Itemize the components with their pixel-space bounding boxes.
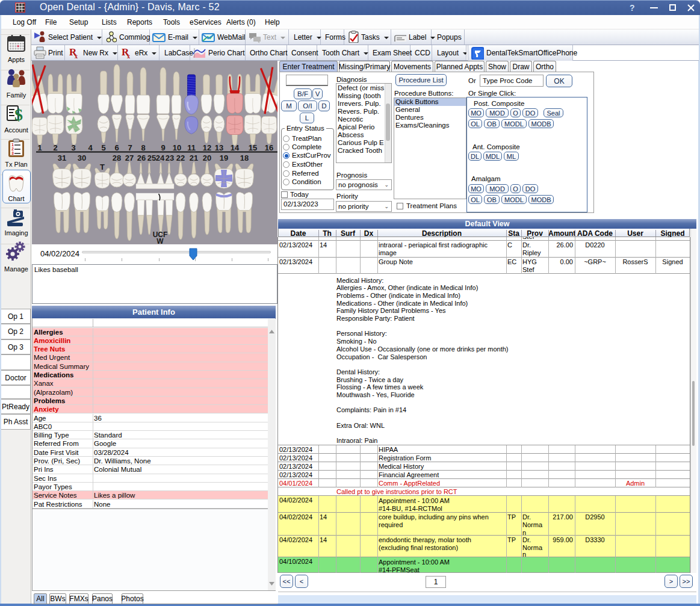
svg-text:27: 27 [125,153,134,162]
svg-text:18: 18 [240,153,249,162]
svg-text:7: 7 [128,143,132,152]
svg-text:x: x [127,53,130,59]
svg-text:x: x [75,53,78,59]
svg-text:14: 14 [231,143,240,152]
svg-text:23: 23 [166,153,174,162]
svg-text:3: 3 [71,143,75,152]
svg-text:13: 13 [215,143,223,152]
svg-text:31: 31 [58,153,66,162]
svg-text:11: 11 [187,143,196,152]
svg-text:10: 10 [173,143,181,152]
svg-text:2: 2 [53,143,57,152]
svg-text:26: 26 [137,153,146,162]
svg-text:W: W [156,237,164,244]
svg-text:1: 1 [37,143,42,152]
svg-text:T: T [100,162,105,172]
svg-text:15: 15 [249,143,257,152]
svg-text:12: 12 [203,143,211,152]
svg-text:25: 25 [147,153,156,162]
svg-text:4: 4 [88,143,93,152]
svg-text:22: 22 [176,153,185,162]
svg-text:9: 9 [161,143,165,152]
svg-text:19: 19 [220,153,228,162]
svg-text:24: 24 [156,153,165,162]
svg-text:8: 8 [141,143,145,152]
svg-text:16: 16 [265,143,273,152]
svg-text:21: 21 [190,153,198,162]
svg-text:6: 6 [114,143,119,152]
svg-text:20: 20 [203,153,211,162]
svg-text:30: 30 [78,153,86,162]
svg-text:28: 28 [113,153,121,162]
svg-text:5: 5 [101,143,105,152]
